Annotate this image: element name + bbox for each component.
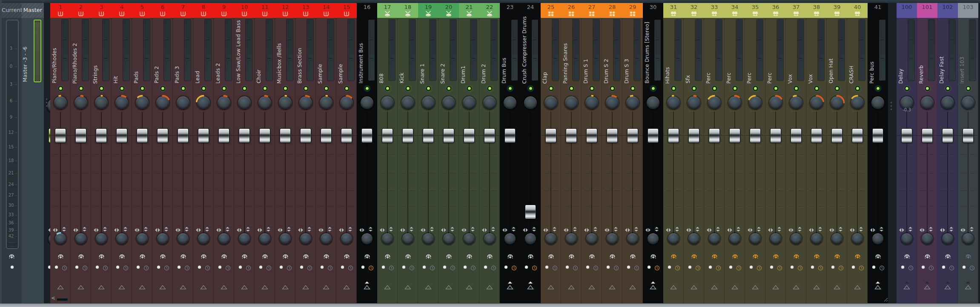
- mute-led[interactable]: [365, 86, 370, 91]
- pan-knob[interactable]: [585, 96, 598, 109]
- route-triangle-icon[interactable]: [221, 283, 227, 291]
- pan-knob[interactable]: [136, 96, 149, 109]
- audio-input-icon[interactable]: [466, 252, 473, 261]
- route-triangle-icon[interactable]: [261, 283, 268, 291]
- separation-knob[interactable]: [341, 233, 352, 244]
- separation-knob[interactable]: [963, 233, 974, 244]
- track-header[interactable]: 9: [214, 3, 234, 18]
- latency-clock-icon[interactable]: [184, 264, 190, 272]
- route-triangle-icon[interactable]: [903, 283, 910, 291]
- fader-handle[interactable]: [423, 128, 434, 143]
- track-header[interactable]: 100: [897, 3, 917, 18]
- fader-handle[interactable]: [648, 128, 659, 143]
- mute-led[interactable]: [487, 86, 492, 91]
- track-header[interactable]: 5: [132, 3, 152, 18]
- record-arm-dot[interactable]: [280, 266, 283, 269]
- separation-knob[interactable]: [545, 233, 556, 244]
- pan-knob[interactable]: [769, 96, 782, 109]
- pan-knob[interactable]: [810, 96, 823, 109]
- pan-knob[interactable]: [831, 96, 843, 109]
- route-triangle-icon[interactable]: [282, 283, 289, 291]
- record-arm-dot[interactable]: [96, 266, 99, 269]
- track-header[interactable]: 27: [582, 3, 602, 18]
- record-arm-dot[interactable]: [607, 266, 610, 269]
- record-arm-dot[interactable]: [423, 266, 426, 269]
- fader-handle[interactable]: [300, 128, 311, 143]
- latency-clock-icon[interactable]: [928, 264, 934, 272]
- route-triangle-icon[interactable]: [445, 283, 452, 291]
- latency-clock-icon[interactable]: [246, 264, 251, 272]
- track-header[interactable]: 16: [357, 3, 377, 18]
- latency-clock-icon[interactable]: [797, 264, 803, 272]
- latency-clock-icon[interactable]: [654, 264, 660, 272]
- route-triangle-icon[interactable]: [609, 283, 616, 291]
- track-header[interactable]: 19: [418, 3, 438, 18]
- mute-led[interactable]: [99, 86, 104, 91]
- pan-knob[interactable]: [238, 96, 251, 109]
- track-header[interactable]: 15: [336, 3, 357, 18]
- record-arm-dot[interactable]: [11, 266, 14, 269]
- audio-input-icon[interactable]: [364, 252, 370, 261]
- pan-knob[interactable]: [790, 96, 802, 109]
- record-arm-dot[interactable]: [239, 266, 242, 269]
- audio-input-icon[interactable]: [568, 252, 575, 261]
- route-triangle-icon[interactable]: [180, 283, 186, 291]
- mute-led[interactable]: [344, 86, 349, 91]
- separation-knob[interactable]: [627, 233, 638, 244]
- route-triangle-icon[interactable]: [139, 283, 146, 291]
- separation-knob[interactable]: [504, 233, 516, 244]
- audio-input-icon[interactable]: [793, 252, 799, 261]
- latency-clock-icon[interactable]: [368, 264, 374, 272]
- route-triangle-icon[interactable]: [944, 283, 951, 291]
- route-triangle-icon[interactable]: [507, 283, 513, 291]
- latency-clock-icon[interactable]: [593, 264, 599, 272]
- fader-handle[interactable]: [770, 128, 781, 143]
- record-arm-dot[interactable]: [341, 266, 344, 269]
- latency-clock-icon[interactable]: [756, 264, 762, 272]
- record-arm-dot[interactable]: [464, 266, 467, 269]
- track-header[interactable]: 36: [765, 3, 786, 18]
- record-arm-dot[interactable]: [901, 266, 904, 269]
- mute-led[interactable]: [324, 86, 329, 91]
- separation-knob[interactable]: [55, 233, 66, 244]
- record-arm-dot[interactable]: [55, 266, 58, 269]
- track-header[interactable]: 34: [725, 3, 745, 18]
- audio-input-icon[interactable]: [303, 252, 309, 261]
- route-triangle-icon[interactable]: [924, 283, 931, 291]
- record-arm-dot[interactable]: [218, 266, 221, 269]
- pan-knob[interactable]: [941, 96, 954, 109]
- route-triangle-icon[interactable]: [965, 283, 971, 291]
- latency-clock-icon[interactable]: [695, 264, 701, 272]
- mute-led[interactable]: [590, 86, 594, 91]
- separation-knob[interactable]: [607, 233, 618, 244]
- latency-clock-icon[interactable]: [634, 264, 639, 272]
- audio-input-icon[interactable]: [160, 252, 166, 261]
- pan-knob[interactable]: [544, 96, 557, 109]
- fader-handle[interactable]: [811, 128, 822, 143]
- separation-knob[interactable]: [942, 233, 953, 244]
- separation-knob[interactable]: [198, 233, 209, 244]
- latency-clock-icon[interactable]: [675, 264, 680, 272]
- audio-input-icon[interactable]: [671, 252, 677, 261]
- audio-input-icon[interactable]: [262, 252, 268, 261]
- pan-knob[interactable]: [962, 96, 974, 109]
- fader-handle[interactable]: [791, 128, 802, 143]
- separation-knob[interactable]: [688, 233, 699, 244]
- record-arm-dot[interactable]: [811, 266, 814, 269]
- separation-knob[interactable]: [668, 233, 679, 244]
- fader-handle[interactable]: [137, 128, 148, 143]
- track-header[interactable]: 38: [806, 3, 827, 18]
- latency-clock-icon[interactable]: [949, 264, 954, 272]
- track-header[interactable]: 13: [295, 3, 316, 18]
- fader-handle[interactable]: [566, 128, 577, 143]
- fader-handle[interactable]: [75, 128, 86, 143]
- route-triangle-icon[interactable]: [629, 283, 636, 291]
- track-header[interactable]: 33: [704, 3, 725, 18]
- fader-handle[interactable]: [116, 128, 127, 143]
- audio-input-icon[interactable]: [854, 252, 861, 261]
- separation-knob[interactable]: [259, 233, 270, 244]
- track-header[interactable]: 7: [173, 3, 193, 18]
- separation-knob[interactable]: [586, 233, 597, 244]
- track-header[interactable]: 41: [868, 3, 888, 18]
- pan-knob[interactable]: [667, 96, 680, 109]
